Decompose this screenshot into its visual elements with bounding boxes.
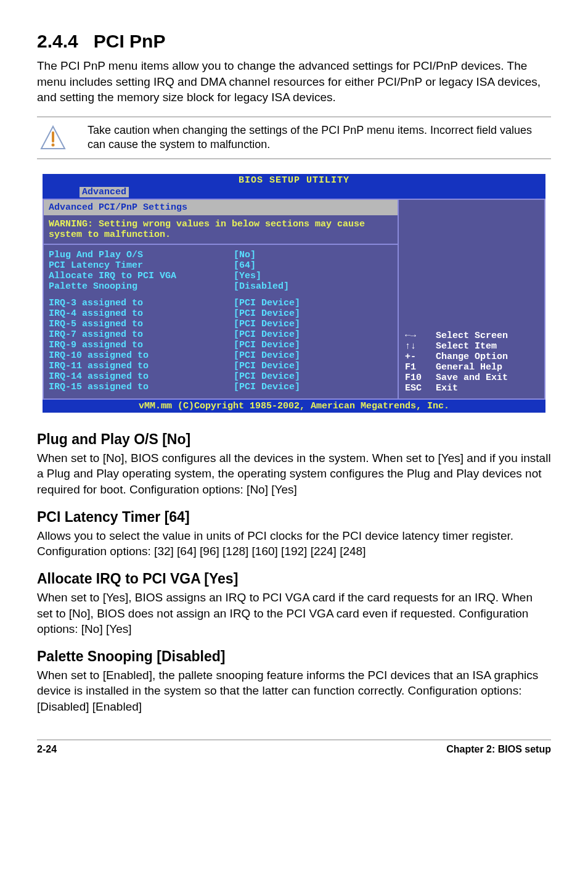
option-description: When set to [Enabled], the pallete snoop… [37, 667, 551, 715]
bios-setting-row[interactable]: IRQ-7 assigned to[PCI Device] [49, 329, 393, 340]
bios-setting-value: [PCI Device] [234, 298, 300, 308]
bios-setting-label: Palette Snooping [49, 281, 234, 292]
bios-setting-row[interactable]: Palette Snooping[Disabled] [49, 281, 393, 292]
option-heading: Palette Snooping [Disabled] [37, 648, 551, 665]
bios-warning: WARNING: Setting wrong values in below s… [44, 215, 398, 245]
bios-setting-row[interactable]: IRQ-15 assigned to[PCI Device] [49, 382, 393, 392]
bios-legend-row: F10Save and Exit [405, 373, 538, 383]
bios-setting-value: [PCI Device] [234, 361, 300, 371]
bios-setting-row[interactable]: IRQ-9 assigned to[PCI Device] [49, 340, 393, 350]
bios-legend-key: +- [405, 352, 436, 362]
page-footer: 2-24 Chapter 2: BIOS setup [37, 740, 551, 755]
bios-setting-label: IRQ-4 assigned to [49, 308, 234, 319]
section-heading: 2.4.4 PCI PnP [37, 31, 551, 52]
bios-setting-value: [PCI Device] [234, 319, 300, 329]
bios-setting-value: [64] [234, 260, 256, 271]
option-heading: Plug and Play O/S [No] [37, 431, 551, 448]
bios-legend-desc: Exit [436, 383, 458, 394]
bios-setting-value: [PCI Device] [234, 308, 300, 319]
bios-setting-value: [PCI Device] [234, 382, 300, 392]
option-heading: PCI Latency Timer [64] [37, 509, 551, 526]
bios-setting-label: PCI Latency Timer [49, 260, 234, 271]
bios-setting-row[interactable]: IRQ-4 assigned to[PCI Device] [49, 308, 393, 319]
bios-section-title: Advanced PCI/PnP Settings [44, 200, 398, 215]
bios-setting-label: IRQ-11 assigned to [49, 361, 234, 371]
section-title: PCI PnP [94, 31, 166, 51]
bios-setting-label: IRQ-14 assigned to [49, 371, 234, 382]
bios-setting-label: IRQ-15 assigned to [49, 382, 234, 392]
bios-setting-value: [No] [234, 250, 256, 260]
bios-setting-label: IRQ-3 assigned to [49, 298, 234, 308]
bios-setting-row[interactable]: Plug And Play O/S[No] [49, 250, 393, 260]
section-intro: The PCI PnP menu items allow you to chan… [37, 58, 551, 105]
bios-warning-label: WARNING: [49, 219, 93, 229]
bios-legend-row: +-Change Option [405, 352, 538, 362]
option-heading: Allocate IRQ to PCI VGA [Yes] [37, 571, 551, 587]
bios-setting-value: [Disabled] [234, 281, 289, 292]
bios-header: BIOS SETUP UTILITY Advanced [43, 174, 545, 199]
bios-setting-value: [PCI Device] [234, 340, 300, 350]
bios-legend-key: ESC [405, 383, 436, 394]
bios-setting-label: IRQ-5 assigned to [49, 319, 234, 329]
bios-setting-row[interactable]: IRQ-10 assigned to[PCI Device] [49, 350, 393, 361]
caution-text: Take caution when changing the settings … [69, 123, 551, 152]
option-description: Allows you to select the value in units … [37, 528, 551, 559]
bios-setting-value: [Yes] [234, 271, 261, 281]
bios-footer: vMM.mm (C)Copyright 1985-2002, American … [43, 400, 545, 413]
option-description: When set to [Yes], BIOS assigns an IRQ t… [37, 590, 551, 637]
bios-warning-text: Setting wrong values in below sections m… [49, 219, 365, 240]
bios-setting-label: Allocate IRQ to PCI VGA [49, 271, 234, 281]
bios-legend-desc: General Help [436, 362, 502, 373]
bios-setting-label: IRQ-7 assigned to [49, 329, 234, 340]
bios-setting-row[interactable]: IRQ-14 assigned to[PCI Device] [49, 371, 393, 382]
bios-legend-key: ↑↓ [405, 341, 436, 352]
bios-legend-desc: Select Item [436, 341, 497, 352]
bios-setting-row[interactable]: PCI Latency Timer[64] [49, 260, 393, 271]
bios-title: BIOS SETUP UTILITY [43, 175, 545, 186]
bios-setting-label: IRQ-10 assigned to [49, 350, 234, 361]
bios-setting-row[interactable]: IRQ-3 assigned to[PCI Device] [49, 298, 393, 308]
bios-legend-key: ←→ [405, 331, 436, 341]
bios-right-pane: ←→Select Screen ↑↓Select Item +-Change O… [398, 199, 545, 400]
bios-legend-key: F1 [405, 362, 436, 373]
page-number: 2-24 [37, 744, 57, 755]
bios-legend-key: F10 [405, 373, 436, 383]
bios-legend-row: ←→Select Screen [405, 331, 538, 341]
bios-tab-advanced[interactable]: Advanced [80, 187, 129, 197]
bios-legend-row: F1General Help [405, 362, 538, 373]
svg-point-2 [52, 144, 55, 147]
section-number: 2.4.4 [37, 31, 78, 51]
bios-setting-value: [PCI Device] [234, 371, 300, 382]
chapter-label: Chapter 2: BIOS setup [446, 744, 551, 755]
bios-setting-row[interactable]: IRQ-11 assigned to[PCI Device] [49, 361, 393, 371]
bios-tab-bar: Advanced [43, 186, 545, 199]
caution-note: Take caution when changing the settings … [37, 117, 551, 159]
bios-setting-value: [PCI Device] [234, 350, 300, 361]
bios-legend-desc: Select Screen [436, 331, 508, 341]
option-description: When set to [No], BIOS configures all th… [37, 450, 551, 498]
caution-icon [37, 125, 69, 150]
bios-screenshot: BIOS SETUP UTILITY Advanced Advanced PCI… [41, 173, 547, 414]
bios-legend-desc: Change Option [436, 352, 508, 362]
bios-setting-value: [PCI Device] [234, 329, 300, 340]
bios-setting-label: Plug And Play O/S [49, 250, 234, 260]
bios-legend-row: ESCExit [405, 383, 538, 394]
bios-setting-row[interactable]: IRQ-5 assigned to[PCI Device] [49, 319, 393, 329]
bios-legend-desc: Save and Exit [436, 373, 508, 383]
bios-left-pane: Advanced PCI/PnP Settings WARNING: Setti… [43, 199, 398, 400]
bios-legend-row: ↑↓Select Item [405, 341, 538, 352]
bios-setting-row[interactable]: Allocate IRQ to PCI VGA[Yes] [49, 271, 393, 281]
bios-setting-label: IRQ-9 assigned to [49, 340, 234, 350]
